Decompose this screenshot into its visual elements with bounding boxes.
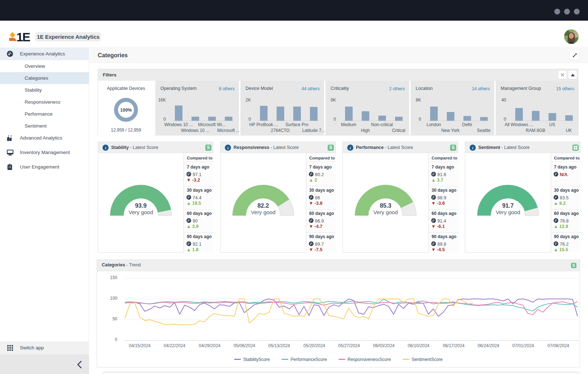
svg-text:1E: 1E [16,30,30,43]
